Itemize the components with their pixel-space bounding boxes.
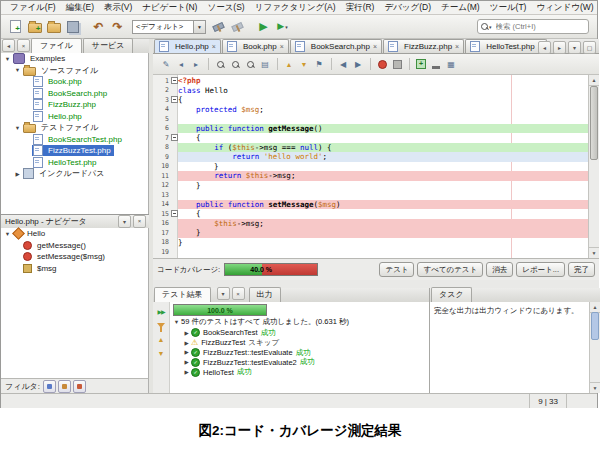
forward-button[interactable]: ▸ bbox=[189, 57, 203, 71]
navigator-item[interactable]: $msg bbox=[1, 263, 148, 275]
editor-tab-Book.php[interactable]: Book.php× bbox=[222, 39, 289, 53]
toggle-bookmark-button[interactable]: ⚑ bbox=[312, 57, 326, 71]
expand-icon[interactable]: ▶ bbox=[182, 359, 191, 365]
tab-tasks[interactable]: タスク bbox=[431, 287, 472, 302]
tree-item[interactable]: BookSearch.php bbox=[1, 88, 148, 100]
config-combobox[interactable]: <デフォルト>▼ bbox=[132, 20, 206, 34]
minimize-panel-button[interactable]: ◂ bbox=[2, 39, 15, 52]
run-button[interactable]: ▶ bbox=[255, 18, 272, 35]
collapse-icon[interactable]: ▼ bbox=[3, 231, 12, 237]
test-result-row[interactable]: ▶✓FizzBuzzTest::testEvaluate2成功 bbox=[170, 357, 429, 367]
tree-item[interactable]: FizzBuzzTest.php bbox=[1, 145, 148, 157]
filter-fields-button[interactable] bbox=[58, 380, 71, 393]
menu-item[interactable]: チーム(M) bbox=[436, 2, 485, 14]
expand-icon[interactable]: ▶ bbox=[182, 330, 191, 336]
done-button[interactable]: 完了 bbox=[568, 262, 595, 277]
collapse-icon[interactable]: ▼ bbox=[13, 67, 22, 73]
expand-icon[interactable]: ▶ bbox=[182, 349, 191, 355]
code-editor[interactable]: 1<?php2class Hello3{4 protected $msg;56 … bbox=[153, 75, 599, 258]
scroll-down-button[interactable]: ▼ bbox=[589, 247, 599, 258]
collapse-icon[interactable]: ▼ bbox=[172, 319, 181, 325]
tree-item[interactable]: ▼Examples bbox=[1, 53, 148, 65]
navigator-minimize-button[interactable]: ▾ bbox=[118, 215, 131, 228]
comment-button[interactable]: + bbox=[414, 57, 428, 71]
menu-item[interactable]: ソース(S) bbox=[202, 2, 249, 14]
tab-list-button[interactable]: ▾ bbox=[568, 41, 581, 54]
test-result-row[interactable]: ▶✓HelloTest成功 bbox=[170, 367, 429, 377]
tasks-scrollbar[interactable]: ▲ ▼ bbox=[589, 302, 600, 393]
previous-bookmark-button[interactable]: ▲ bbox=[282, 57, 296, 71]
test-button[interactable]: テスト bbox=[379, 262, 414, 277]
search-input[interactable] bbox=[492, 21, 585, 32]
next-failure-button[interactable]: ▼ bbox=[155, 347, 167, 359]
find-next-button[interactable] bbox=[228, 57, 242, 71]
all-tests-button[interactable]: すべてのテスト bbox=[417, 262, 483, 277]
maximize-window-button[interactable]: ▢ bbox=[583, 41, 596, 54]
editor-scrollbar[interactable]: ▲ ▼ bbox=[588, 75, 599, 258]
filter-tests-button[interactable] bbox=[155, 319, 167, 331]
clean-build-button[interactable] bbox=[229, 18, 246, 35]
fold-collapse-icon[interactable] bbox=[171, 134, 178, 141]
results-close-button[interactable]: × bbox=[232, 287, 245, 300]
menu-item[interactable]: デバッグ(D) bbox=[379, 2, 436, 14]
undo-button[interactable]: ↶ bbox=[90, 18, 107, 35]
fold-collapse-icon[interactable] bbox=[171, 77, 178, 84]
close-tab-icon[interactable]: × bbox=[212, 43, 216, 50]
editor-tab-BookSearch.php[interactable]: BookSearch.php× bbox=[290, 39, 382, 53]
debug-button[interactable]: ▶▾ bbox=[274, 18, 291, 35]
new-project-button[interactable]: + bbox=[26, 18, 43, 35]
tree-item[interactable]: Hello.php bbox=[1, 111, 148, 123]
tree-item[interactable]: ▼テストファイル bbox=[1, 122, 148, 134]
filter-inherited-button[interactable] bbox=[43, 380, 56, 393]
navigator-item[interactable]: ▼Hello bbox=[1, 228, 148, 240]
clear-button[interactable]: 消去 bbox=[486, 262, 513, 277]
find-button[interactable] bbox=[213, 57, 227, 71]
back-button[interactable]: ◂ bbox=[174, 57, 188, 71]
fold-collapse-icon[interactable] bbox=[171, 96, 178, 103]
find-previous-button[interactable] bbox=[243, 57, 257, 71]
build-button[interactable] bbox=[210, 18, 227, 35]
tab-test-results[interactable]: テスト結果 bbox=[154, 287, 211, 302]
tasks-scrollbar-thumb[interactable] bbox=[591, 312, 599, 340]
tab-サービス[interactable]: サービス bbox=[83, 38, 134, 53]
new-file-button[interactable]: + bbox=[7, 18, 24, 35]
redo-button[interactable]: ↷ bbox=[109, 18, 126, 35]
shift-right-button[interactable]: ▶ bbox=[351, 57, 365, 71]
tasks-scroll-down-button[interactable]: ▼ bbox=[590, 382, 600, 393]
menu-item[interactable]: ツール(T) bbox=[485, 2, 532, 14]
last-edit-location-button[interactable]: ✎ bbox=[159, 57, 173, 71]
test-result-row[interactable]: ▶✓FizzBuzzTest::testEvaluate成功 bbox=[170, 348, 429, 358]
tab-output[interactable]: 出力 bbox=[249, 287, 281, 302]
quick-search[interactable]: ▾ bbox=[477, 19, 589, 34]
tree-item[interactable]: BookSearchTest.php bbox=[1, 134, 148, 146]
inspect-button[interactable]: ▦ bbox=[444, 57, 458, 71]
previous-failure-button[interactable]: ▲ bbox=[155, 333, 167, 345]
menu-item[interactable]: ウィンドウ(W) bbox=[531, 2, 598, 14]
open-project-button[interactable] bbox=[45, 18, 62, 35]
fold-collapse-icon[interactable] bbox=[171, 210, 178, 217]
results-minimize-button[interactable]: ▾ bbox=[217, 287, 230, 300]
menu-item[interactable]: 表示(V) bbox=[99, 2, 137, 14]
expand-icon[interactable]: ▶ bbox=[13, 171, 22, 177]
navigator-item[interactable]: setMessage($msg) bbox=[1, 251, 148, 263]
menu-item[interactable]: 編集(E) bbox=[61, 2, 99, 14]
test-result-row[interactable]: ▶✓BookSearchTest成功 bbox=[170, 328, 429, 338]
tree-item[interactable]: ▼ソースファイル bbox=[1, 65, 148, 77]
collapse-icon[interactable]: ▼ bbox=[13, 125, 22, 131]
scrollbar-thumb[interactable] bbox=[590, 86, 598, 160]
menu-item[interactable]: ファイル(F) bbox=[5, 2, 61, 14]
shift-left-button[interactable]: ◀ bbox=[336, 57, 350, 71]
tree-item[interactable]: FizzBuzz.php bbox=[1, 99, 148, 111]
dropdown-arrow-icon[interactable]: ▾ bbox=[285, 24, 288, 30]
tree-item[interactable]: ▶インクルードパス bbox=[1, 168, 148, 180]
rerun-tests-button[interactable]: ▶▶ bbox=[155, 305, 167, 317]
scroll-up-button[interactable]: ▲ bbox=[589, 75, 599, 86]
close-tab-icon[interactable]: × bbox=[455, 43, 459, 50]
next-bookmark-button[interactable]: ▼ bbox=[297, 57, 311, 71]
close-tab-icon[interactable]: × bbox=[373, 43, 377, 50]
filter-nonpublic-button[interactable] bbox=[73, 380, 86, 393]
test-result-row[interactable]: ▶⚠FizzBuzzTestスキップ bbox=[170, 338, 429, 348]
close-panel-button[interactable]: × bbox=[17, 39, 30, 52]
tree-item[interactable]: Book.php bbox=[1, 76, 148, 88]
record-macro-button[interactable] bbox=[375, 57, 389, 71]
